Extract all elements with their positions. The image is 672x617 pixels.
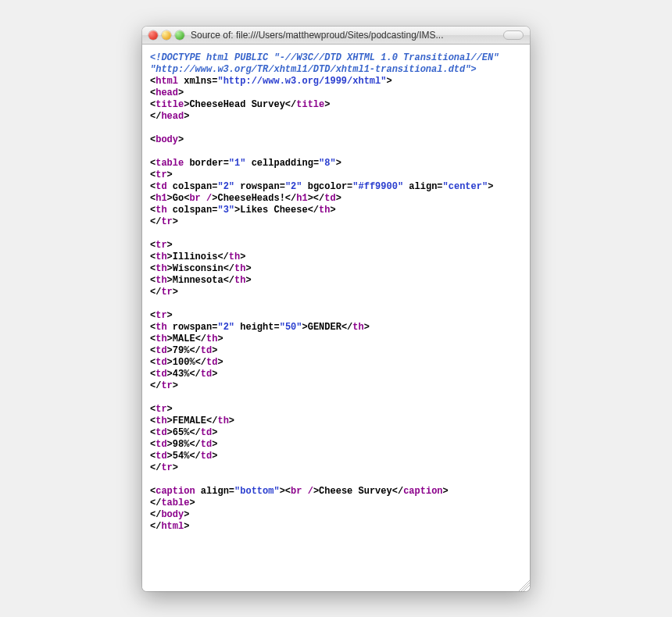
minimize-icon[interactable] bbox=[162, 30, 171, 40]
titlebar[interactable]: Source of: file:///Users/matthewproud/Si… bbox=[142, 27, 530, 45]
traffic-lights bbox=[148, 30, 184, 40]
td-f3: 54% bbox=[173, 451, 190, 462]
rowspan-val: 2 bbox=[291, 181, 296, 192]
doctype-line-1: <!DOCTYPE html PUBLIC "-//W3C//DTD XHTML… bbox=[150, 52, 499, 63]
doctype-line-2: "http://www.w3.org/TR/xhtml1/DTD/xhtml1-… bbox=[150, 64, 477, 75]
th-male: MALE bbox=[173, 333, 195, 344]
xmlns-value: http://www.w3.org/1999/xhtml bbox=[223, 76, 381, 87]
th-g-height: 50 bbox=[285, 322, 296, 333]
th-il: Illinois bbox=[173, 251, 218, 262]
resize-handle-icon[interactable] bbox=[519, 580, 530, 591]
td-f2: 98% bbox=[173, 439, 190, 450]
close-icon[interactable] bbox=[148, 30, 158, 40]
title-text: CheeseHead Survey bbox=[189, 99, 284, 110]
td-m3: 43% bbox=[173, 369, 190, 380]
th-mn: Minnesota bbox=[173, 275, 223, 286]
caption-align: bottom bbox=[240, 486, 273, 497]
th-gender: GENDER bbox=[308, 322, 341, 333]
th-g-rowspan: 2 bbox=[223, 322, 229, 333]
colspan-val: 2 bbox=[223, 181, 229, 192]
th-likes: Likes Cheese bbox=[240, 205, 307, 216]
td-f1: 65% bbox=[173, 427, 190, 438]
bgcolor-val: #ff9900 bbox=[359, 181, 398, 192]
align-val: center bbox=[449, 181, 482, 192]
cellpadding-val: 8 bbox=[324, 158, 330, 169]
zoom-icon[interactable] bbox=[175, 30, 184, 40]
th-female: FEMALE bbox=[173, 415, 206, 426]
h1-text-b: CheeseHeads! bbox=[217, 193, 284, 204]
th-colspan-val: 3 bbox=[223, 205, 229, 216]
th-wi: Wisconsin bbox=[173, 263, 223, 274]
window-title: Source of: file:///Users/matthewproud/Si… bbox=[184, 30, 500, 41]
td-m2: 100% bbox=[173, 357, 195, 368]
h1-text-a: Go bbox=[173, 193, 184, 204]
source-window: Source of: file:///Users/matthewproud/Si… bbox=[142, 27, 530, 591]
caption-text: Cheese Survey bbox=[319, 486, 392, 497]
toolbar-toggle-icon[interactable] bbox=[503, 30, 524, 40]
border-val: 1 bbox=[234, 158, 240, 169]
source-view[interactable]: <!DOCTYPE html PUBLIC "-//W3C//DTD XHTML… bbox=[142, 45, 530, 591]
td-m1: 79% bbox=[173, 345, 190, 356]
